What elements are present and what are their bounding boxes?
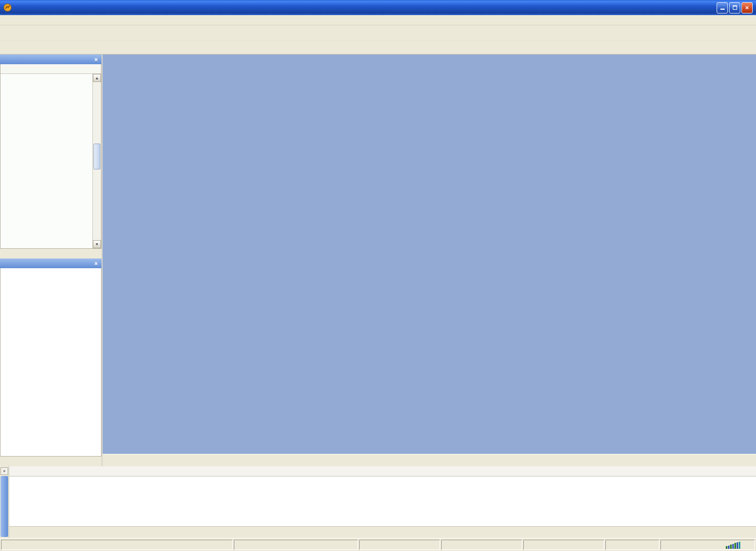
terminal-messages [9, 477, 756, 526]
market-watch-close-icon[interactable]: × [93, 56, 99, 63]
status-profile [234, 540, 358, 550]
status-traffic [660, 540, 755, 550]
status-segment [359, 540, 440, 550]
metatrader-app: × × ▲ ▼ × × [0, 0, 756, 551]
market-watch-header [1, 64, 101, 74]
status-segment [605, 540, 659, 550]
close-icon: × [745, 4, 748, 11]
market-watch-titlebar[interactable]: × [0, 55, 102, 64]
terminal-close-icon[interactable]: × [1, 467, 8, 475]
market-watch-tabs [0, 249, 102, 259]
navigator-tabs [0, 457, 102, 466]
terminal-header [9, 466, 756, 477]
minimize-icon [720, 5, 725, 10]
navigator-panel: × [0, 259, 103, 466]
status-segment [523, 540, 604, 550]
status-help [1, 540, 233, 550]
close-button[interactable]: × [741, 2, 753, 13]
toolbar-line-studies [0, 41, 756, 55]
maximize-button[interactable] [729, 2, 740, 13]
connection-signal-icon [725, 541, 745, 549]
navigator-titlebar[interactable]: × [0, 259, 102, 268]
navigator-tree [0, 268, 102, 457]
terminal-panel: × [0, 466, 756, 538]
maximize-icon [733, 5, 737, 10]
status-segment [441, 540, 522, 550]
terminal-side: × [0, 466, 9, 538]
chart-tab-bar [103, 454, 756, 466]
scroll-thumb[interactable] [93, 144, 100, 169]
market-watch-scrollbar[interactable]: ▲ ▼ [92, 74, 101, 248]
chart-workspace [103, 55, 756, 454]
scroll-down-icon[interactable]: ▼ [93, 240, 101, 248]
app-icon [3, 3, 12, 12]
terminal-tabs [9, 526, 756, 538]
scroll-up-icon[interactable]: ▲ [93, 74, 101, 82]
window-titlebar[interactable]: × [0, 0, 756, 15]
market-watch-table: ▲ ▼ [0, 64, 102, 249]
toolbar-standard [0, 25, 756, 41]
minimize-button[interactable] [717, 2, 728, 13]
terminal-side-strip[interactable] [1, 476, 8, 537]
menu-bar [0, 15, 756, 25]
market-watch-rows [1, 74, 92, 248]
terminal-main [9, 466, 756, 538]
status-bar [0, 538, 756, 551]
navigator-close-icon[interactable]: × [93, 260, 99, 267]
market-watch-panel: × ▲ ▼ [0, 55, 103, 259]
